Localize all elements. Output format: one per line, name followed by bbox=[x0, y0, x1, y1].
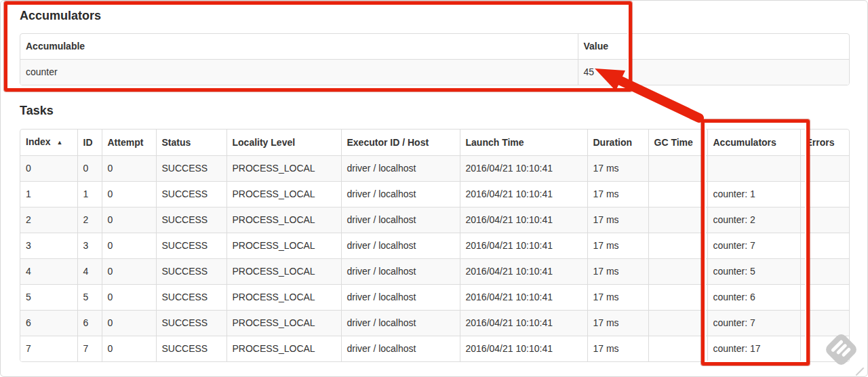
cell-accumulators: counter: 17 bbox=[707, 336, 800, 362]
cell-accumulators bbox=[707, 156, 800, 182]
cell-id: 4 bbox=[77, 259, 102, 285]
cell-launch-time: 2016/04/21 10:10:41 bbox=[460, 311, 587, 336]
cell-status: SUCCESS bbox=[156, 336, 226, 362]
cell-duration: 17 ms bbox=[587, 336, 648, 362]
cell-accumulators: counter: 1 bbox=[707, 182, 800, 207]
table-row: 220SUCCESSPROCESS_LOCALdriver / localhos… bbox=[20, 207, 850, 233]
cell-gc-time bbox=[648, 259, 707, 285]
cell-id: 1 bbox=[77, 182, 102, 207]
tasks-header-row: Index▲IDAttemptStatusLocality LevelExecu… bbox=[20, 130, 850, 156]
column-label: Accumulable bbox=[26, 41, 85, 52]
cell-id: 2 bbox=[77, 207, 102, 233]
cell-status: SUCCESS bbox=[156, 233, 226, 259]
cell-executor-id-host: driver / localhost bbox=[341, 156, 460, 182]
column-label: ID bbox=[83, 137, 93, 148]
column-label: Accumulators bbox=[713, 137, 776, 148]
column-label: Executor ID / Host bbox=[347, 137, 429, 148]
cell-errors bbox=[800, 207, 850, 233]
cell-locality-level: PROCESS_LOCAL bbox=[226, 285, 341, 311]
cell-id: 5 bbox=[77, 285, 102, 311]
cell-status: SUCCESS bbox=[156, 182, 226, 207]
table-row: counter45 bbox=[20, 60, 850, 85]
cell-executor-id-host: driver / localhost bbox=[341, 207, 460, 233]
cell-attempt: 0 bbox=[102, 156, 156, 182]
cell-errors bbox=[800, 285, 850, 311]
cell-status: SUCCESS bbox=[156, 285, 226, 311]
cell-executor-id-host: driver / localhost bbox=[341, 233, 460, 259]
cell-launch-time: 2016/04/21 10:10:41 bbox=[460, 156, 587, 182]
column-header-executor-id-host[interactable]: Executor ID / Host bbox=[341, 130, 460, 156]
cell-executor-id-host: driver / localhost bbox=[341, 311, 460, 336]
column-header-index[interactable]: Index▲ bbox=[20, 130, 77, 156]
table-row: 770SUCCESSPROCESS_LOCALdriver / localhos… bbox=[20, 336, 850, 362]
column-header-locality-level[interactable]: Locality Level bbox=[226, 130, 341, 156]
table-row: 660SUCCESSPROCESS_LOCALdriver / localhos… bbox=[20, 311, 850, 336]
cell-locality-level: PROCESS_LOCAL bbox=[226, 336, 341, 362]
cell-id: 6 bbox=[77, 311, 102, 336]
table-row: 330SUCCESSPROCESS_LOCALdriver / localhos… bbox=[20, 233, 850, 259]
cell-index: 1 bbox=[20, 182, 77, 207]
column-header-errors[interactable]: Errors bbox=[800, 130, 850, 156]
column-header-status[interactable]: Status bbox=[156, 130, 226, 156]
cell-duration: 17 ms bbox=[587, 259, 648, 285]
column-header-launch-time[interactable]: Launch Time bbox=[460, 130, 587, 156]
table-row: 440SUCCESSPROCESS_LOCALdriver / localhos… bbox=[20, 259, 850, 285]
column-header-gc-time[interactable]: GC Time bbox=[648, 130, 707, 156]
cell-attempt: 0 bbox=[102, 259, 156, 285]
cell-attempt: 0 bbox=[102, 311, 156, 336]
cell-status: SUCCESS bbox=[156, 207, 226, 233]
cell-accumulators: counter: 2 bbox=[707, 207, 800, 233]
column-header-accumulable[interactable]: Accumulable bbox=[20, 34, 578, 60]
cell-id: 7 bbox=[77, 336, 102, 362]
cell-errors bbox=[800, 311, 850, 336]
column-label: GC Time bbox=[654, 137, 693, 148]
accumulators-header-row: AccumulableValue bbox=[20, 34, 850, 60]
cell-duration: 17 ms bbox=[587, 182, 648, 207]
cell-errors bbox=[800, 156, 850, 182]
column-header-value[interactable]: Value bbox=[578, 34, 850, 60]
cell-launch-time: 2016/04/21 10:10:41 bbox=[460, 207, 587, 233]
cell-executor-id-host: driver / localhost bbox=[341, 259, 460, 285]
column-header-accumulators[interactable]: Accumulators bbox=[707, 130, 800, 156]
cell-accumulators: counter: 7 bbox=[707, 311, 800, 336]
cell-attempt: 0 bbox=[102, 233, 156, 259]
cell-locality-level: PROCESS_LOCAL bbox=[226, 207, 341, 233]
cell-gc-time bbox=[648, 336, 707, 362]
cell-index: 3 bbox=[20, 233, 77, 259]
cell-attempt: 0 bbox=[102, 336, 156, 362]
accumulators-section-heading: Accumulators bbox=[20, 8, 101, 23]
cell-value: 45 bbox=[578, 60, 850, 85]
cell-gc-time bbox=[648, 156, 707, 182]
cell-accumulators: counter: 6 bbox=[707, 285, 800, 311]
cell-attempt: 0 bbox=[102, 285, 156, 311]
table-row: 110SUCCESSPROCESS_LOCALdriver / localhos… bbox=[20, 182, 850, 207]
cell-launch-time: 2016/04/21 10:10:41 bbox=[460, 182, 587, 207]
column-label: Index bbox=[26, 136, 51, 147]
column-header-attempt[interactable]: Attempt bbox=[102, 130, 156, 156]
cell-errors bbox=[800, 233, 850, 259]
column-header-id[interactable]: ID bbox=[77, 130, 102, 156]
cell-index: 0 bbox=[20, 156, 77, 182]
cell-status: SUCCESS bbox=[156, 259, 226, 285]
table-row: 550SUCCESSPROCESS_LOCALdriver / localhos… bbox=[20, 285, 850, 311]
cell-executor-id-host: driver / localhost bbox=[341, 182, 460, 207]
tasks-section-heading: Tasks bbox=[20, 103, 54, 118]
tasks-table: Index▲IDAttemptStatusLocality LevelExecu… bbox=[20, 129, 850, 362]
cell-executor-id-host: driver / localhost bbox=[341, 336, 460, 362]
cell-duration: 17 ms bbox=[587, 233, 648, 259]
cell-id: 0 bbox=[77, 156, 102, 182]
corner-resize-mark bbox=[856, 368, 865, 376]
column-label: Attempt bbox=[108, 137, 144, 148]
cell-duration: 17 ms bbox=[587, 207, 648, 233]
cell-accumulable: counter bbox=[20, 60, 578, 85]
cell-executor-id-host: driver / localhost bbox=[341, 285, 460, 311]
column-label: Launch Time bbox=[466, 137, 524, 148]
cell-errors bbox=[800, 336, 850, 362]
column-label: Errors bbox=[806, 137, 835, 148]
column-label: Locality Level bbox=[233, 137, 296, 148]
cell-index: 7 bbox=[20, 336, 77, 362]
spark-stage-details-page: Accumulators AccumulableValue counter45 … bbox=[0, 0, 868, 377]
cell-launch-time: 2016/04/21 10:10:41 bbox=[460, 233, 587, 259]
cell-index: 2 bbox=[20, 207, 77, 233]
column-header-duration[interactable]: Duration bbox=[587, 130, 648, 156]
